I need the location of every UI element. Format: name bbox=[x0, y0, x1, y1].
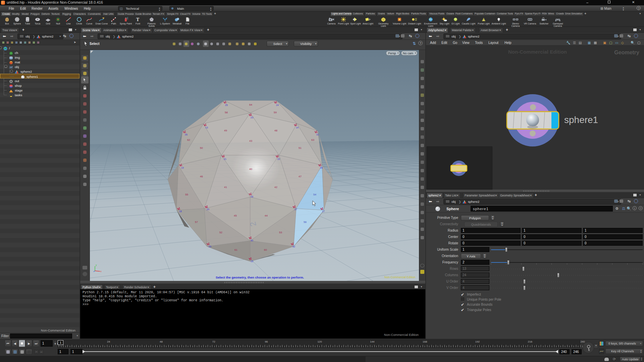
svg-text:48: 48 bbox=[274, 129, 277, 132]
svg-text:52: 52 bbox=[219, 231, 222, 234]
svg-text:25: 25 bbox=[225, 104, 228, 106]
svg-text:13: 13 bbox=[205, 126, 208, 129]
svg-text:50: 50 bbox=[200, 146, 203, 149]
svg-text:Non-Commercial Edition: Non-Commercial Edition bbox=[384, 276, 415, 279]
svg-text:21: 21 bbox=[224, 158, 226, 160]
svg-text:30: 30 bbox=[251, 239, 253, 242]
svg-text:51: 51 bbox=[299, 146, 302, 149]
svg-text:31: 31 bbox=[316, 133, 319, 136]
svg-text:19: 19 bbox=[181, 167, 184, 169]
svg-text:26: 26 bbox=[185, 133, 187, 136]
svg-text:64: 64 bbox=[249, 103, 252, 106]
svg-text:49: 49 bbox=[224, 129, 227, 132]
svg-text:42: 42 bbox=[274, 186, 277, 189]
svg-text:43: 43 bbox=[249, 139, 252, 142]
svg-text:44: 44 bbox=[265, 214, 268, 217]
svg-text:53: 53 bbox=[279, 231, 282, 234]
svg-text:24: 24 bbox=[276, 104, 279, 106]
svg-text:T: T bbox=[136, 17, 140, 22]
svg-text:27: 27 bbox=[294, 208, 297, 210]
svg-text:29: 29 bbox=[209, 245, 211, 248]
svg-text:22: 22 bbox=[277, 158, 280, 160]
svg-text:59: 59 bbox=[274, 111, 277, 114]
svg-text:60: 60 bbox=[264, 248, 267, 251]
svg-text:14: 14 bbox=[296, 126, 299, 129]
svg-text:62: 62 bbox=[187, 138, 190, 141]
svg-text:16: 16 bbox=[251, 195, 253, 198]
svg-text:18: 18 bbox=[179, 210, 182, 213]
svg-text:41: 41 bbox=[224, 186, 227, 189]
svg-text:Select the geometry, then choo: Select the geometry, then choose an oper… bbox=[216, 276, 304, 279]
svg-text:45: 45 bbox=[234, 214, 237, 217]
svg-text:40: 40 bbox=[249, 168, 252, 171]
svg-text:63: 63 bbox=[311, 138, 314, 141]
svg-text:Persp: Persp bbox=[388, 52, 396, 55]
svg-text:20: 20 bbox=[207, 208, 209, 210]
svg-text:55: 55 bbox=[185, 193, 188, 196]
svg-text:23: 23 bbox=[251, 116, 253, 119]
svg-text:x: x bbox=[100, 270, 102, 273]
svg-text:56: 56 bbox=[304, 221, 307, 224]
svg-text:57: 57 bbox=[195, 221, 198, 224]
svg-text:47: 47 bbox=[299, 175, 302, 178]
svg-text:46: 46 bbox=[200, 175, 203, 178]
svg-text:15: 15 bbox=[251, 260, 253, 262]
svg-text:54: 54 bbox=[313, 193, 316, 196]
svg-text:58: 58 bbox=[225, 111, 228, 114]
svg-text:28: 28 bbox=[320, 167, 323, 169]
svg-text:y: y bbox=[96, 264, 97, 266]
svg-text:61: 61 bbox=[234, 248, 237, 251]
svg-text:No cam: No cam bbox=[403, 52, 413, 55]
svg-text:17: 17 bbox=[322, 210, 325, 213]
svg-text:32: 32 bbox=[292, 245, 295, 248]
